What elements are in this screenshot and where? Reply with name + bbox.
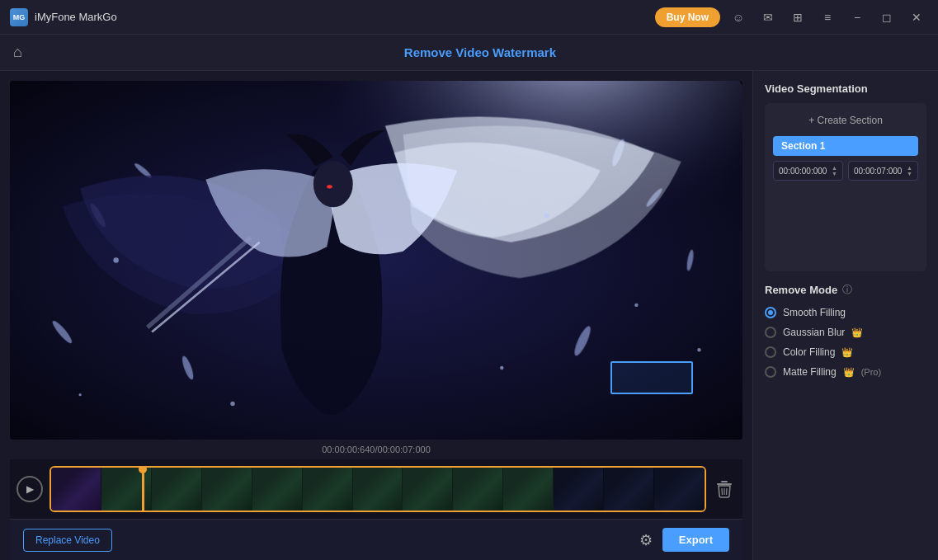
svg-rect-22: [717, 483, 732, 485]
video-container[interactable]: [10, 81, 742, 440]
app-logo: MG: [10, 8, 28, 26]
segmentation-box: + Create Section Section 1 00:00:00:000 …: [765, 103, 926, 271]
timeline-bar: ▶: [10, 459, 742, 519]
remove-mode-header: Remove Mode ⓘ: [765, 283, 926, 297]
svg-point-20: [78, 393, 81, 396]
topbar: ⌂ Remove Video Watermark: [0, 35, 938, 71]
crown-gaussian-icon: 👑: [851, 327, 863, 338]
remove-mode-section: Remove Mode ⓘ Smooth Filling Gaussian Bl…: [765, 283, 926, 548]
timeline-frame: [503, 468, 554, 511]
timeline-frame: [51, 468, 101, 511]
timeline-frame: [202, 468, 252, 511]
delete-icon[interactable]: [713, 478, 736, 501]
export-button[interactable]: Export: [662, 528, 729, 552]
mode-option-gaussian[interactable]: Gaussian Blur 👑: [765, 327, 926, 338]
home-icon[interactable]: ⌂: [13, 44, 22, 61]
menu-icon[interactable]: ≡: [816, 6, 839, 29]
mode-label-matte: Matte Filling: [783, 366, 837, 378]
svg-line-26: [727, 488, 728, 495]
mode-option-color[interactable]: Color Filling 👑: [765, 346, 926, 358]
svg-point-15: [113, 257, 119, 263]
video-segmentation-section: Video Segmentation + Create Section Sect…: [765, 82, 926, 271]
timeline-frame: [554, 468, 604, 511]
replace-video-button[interactable]: Replace Video: [23, 529, 112, 552]
close-icon[interactable]: ✕: [905, 6, 928, 29]
timeline-frame: [353, 468, 403, 511]
timeline-track[interactable]: [49, 466, 706, 512]
section-1-item[interactable]: Section 1: [773, 136, 918, 156]
buy-now-button[interactable]: Buy Now: [655, 7, 720, 27]
time-start-spinners[interactable]: ▲ ▼: [832, 165, 837, 176]
video-area: 00:00:00:640/00:00:07:000 ▶: [0, 71, 752, 560]
radio-inner-smooth: [768, 310, 773, 315]
info-icon[interactable]: ⓘ: [842, 283, 852, 297]
timeline-frame: [252, 468, 303, 511]
crown-color-icon: 👑: [841, 347, 853, 358]
mode-label-gaussian: Gaussian Blur: [783, 327, 845, 338]
radio-gaussian[interactable]: [765, 327, 776, 338]
play-button[interactable]: ▶: [16, 476, 43, 502]
timeline-frame: [453, 468, 503, 511]
svg-line-24: [722, 488, 723, 495]
segmentation-title: Video Segmentation: [765, 82, 926, 95]
app-title: iMyFone MarkGo: [35, 11, 117, 23]
mode-option-smooth[interactable]: Smooth Filling: [765, 307, 926, 318]
create-section-button[interactable]: + Create Section: [773, 111, 918, 129]
spinner-up-icon[interactable]: ▲: [907, 165, 912, 171]
remove-mode-title: Remove Mode: [765, 284, 837, 296]
page-title: Remove Video Watermark: [35, 45, 925, 59]
radio-matte[interactable]: [765, 366, 776, 378]
svg-point-10: [313, 161, 353, 208]
crown-matte-icon: 👑: [843, 367, 855, 378]
segmentation-empty-area: [773, 181, 918, 263]
video-timestamp: 00:00:00:640/00:00:07:000: [10, 440, 742, 459]
timeline-frame: [152, 468, 202, 511]
time-range: 00:00:00:000 ▲ ▼ 00:00:07:000 ▲ ▼: [773, 161, 918, 181]
mail-icon[interactable]: ✉: [757, 6, 780, 29]
svg-point-21: [697, 348, 700, 351]
settings-icon[interactable]: ⚙: [639, 531, 653, 549]
timeline-frame: [654, 468, 705, 511]
svg-point-18: [230, 402, 234, 406]
bottom-right: ⚙ Export: [639, 528, 729, 552]
timeline-frames: [51, 468, 705, 511]
pro-badge: (Pro): [861, 367, 881, 377]
titlebar-right: Buy Now ☺ ✉ ⊞ ≡ − ◻ ✕: [655, 6, 928, 29]
titlebar-left: MG iMyFone MarkGo: [10, 8, 117, 26]
mode-label-smooth: Smooth Filling: [783, 307, 846, 318]
spinner-down-icon[interactable]: ▼: [832, 171, 837, 176]
radio-smooth[interactable]: [765, 307, 776, 318]
mode-option-matte[interactable]: Matte Filling 👑 (Pro): [765, 366, 926, 378]
spinner-down-icon[interactable]: ▼: [907, 171, 912, 176]
time-start-input[interactable]: 00:00:00:000 ▲ ▼: [773, 161, 843, 181]
bottom-bar: Replace Video ⚙ Export: [10, 519, 742, 560]
timeline-frame: [604, 468, 654, 511]
titlebar: MG iMyFone MarkGo Buy Now ☺ ✉ ⊞ ≡ − ◻ ✕: [0, 0, 938, 35]
radio-color[interactable]: [765, 346, 776, 358]
right-panel: Video Segmentation + Create Section Sect…: [752, 71, 938, 560]
timeline-frame: [403, 468, 453, 511]
svg-point-17: [634, 304, 638, 307]
user-icon[interactable]: ☺: [727, 6, 750, 29]
spinner-up-icon[interactable]: ▲: [832, 165, 837, 171]
main-content: 00:00:00:640/00:00:07:000 ▶: [0, 71, 938, 560]
mode-label-color: Color Filling: [783, 346, 835, 358]
timeline-scrubber[interactable]: [142, 468, 144, 511]
watermark-selection-box[interactable]: [610, 361, 693, 394]
svg-rect-23: [721, 481, 728, 482]
time-end-spinners[interactable]: ▲ ▼: [907, 165, 912, 176]
svg-point-12: [327, 185, 332, 188]
maximize-icon[interactable]: ◻: [875, 6, 898, 29]
svg-point-19: [500, 366, 503, 369]
minimize-icon[interactable]: −: [846, 6, 869, 29]
timeline-frame: [303, 468, 353, 511]
time-end-input[interactable]: 00:00:07:000 ▲ ▼: [848, 161, 918, 181]
svg-point-16: [544, 213, 549, 217]
grid-icon[interactable]: ⊞: [786, 6, 809, 29]
